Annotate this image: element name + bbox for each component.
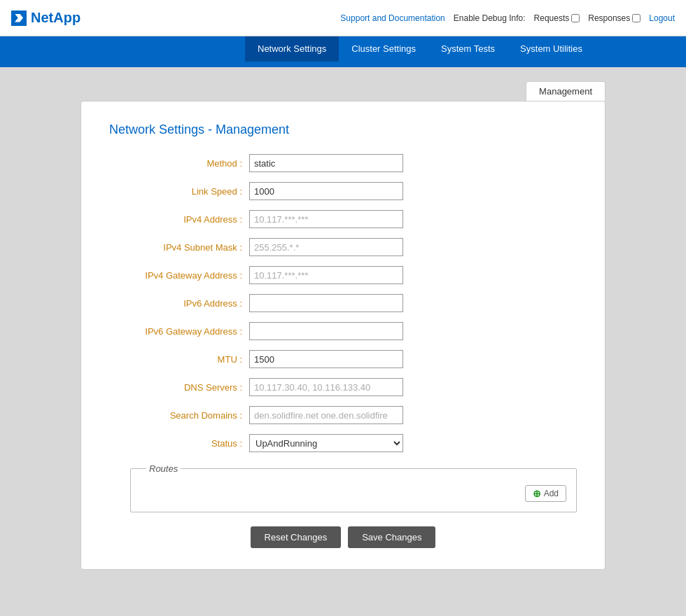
logout-link[interactable]: Logout [649,13,675,23]
nav-tab-cluster-settings[interactable]: Cluster Settings [339,36,428,62]
field-row-ipv4-address: IPv4 Address : [109,210,577,228]
requests-checkbox-label[interactable]: Requests [534,13,580,23]
form-title: Network Settings - Management [109,122,577,137]
reset-changes-button[interactable]: Reset Changes [251,526,342,548]
logo-shape [15,14,23,22]
input-dns[interactable] [249,378,403,396]
field-row-ipv4-subnet: IPv4 Subnet Mask : [109,238,577,256]
nav-tab-system-tests[interactable]: System Tests [428,36,507,62]
content-area: Management Network Settings - Management… [0,67,686,613]
label-ipv6-gateway: IPv6 Gateway Address : [109,326,249,337]
input-ipv4-subnet[interactable] [249,238,403,256]
responses-label: Responses [588,13,630,23]
label-status: Status : [109,438,249,449]
top-bar: NetApp Support and Documentation Enable … [0,0,686,36]
netapp-logo-icon [11,10,27,26]
routes-fieldset: Routes ⊕ Add [130,463,577,512]
label-ipv4-address: IPv4 Address : [109,214,249,225]
add-route-button[interactable]: ⊕ Add [525,485,566,502]
input-search-domains[interactable] [249,406,403,424]
label-dns: DNS Servers : [109,382,249,393]
select-status[interactable]: UpAndRunning Down Maintenance [249,434,403,452]
nav-tab-system-utilities[interactable]: System Utilities [507,36,595,62]
field-row-dns: DNS Servers : [109,378,577,396]
nav-tab-network-settings[interactable]: Network Settings [245,36,339,62]
save-changes-button[interactable]: Save Changes [348,526,435,548]
field-row-status: Status : UpAndRunning Down Maintenance [109,434,577,452]
tab-and-card: Management Network Settings - Management… [80,81,606,570]
content-tab-row: Management [80,81,606,101]
input-ipv6-address[interactable] [249,294,403,312]
brand-name: NetApp [31,10,80,26]
routes-add-row: ⊕ Add [141,485,566,502]
field-row-ipv6-address: IPv6 Address : [109,294,577,312]
blue-stripe [0,62,686,67]
add-circle-icon: ⊕ [533,488,541,499]
field-row-ipv6-gateway: IPv6 Gateway Address : [109,322,577,340]
input-ipv4-gateway[interactable] [249,266,403,284]
field-row-mtu: MTU : [109,350,577,368]
input-mtu[interactable] [249,350,403,368]
tab-management[interactable]: Management [526,81,606,101]
requests-label: Requests [534,13,570,23]
nav-bar: Network Settings Cluster Settings System… [0,36,686,62]
label-ipv6-address: IPv6 Address : [109,298,249,309]
responses-checkbox[interactable] [632,14,640,22]
debug-label: Enable Debug Info: [454,13,526,23]
responses-checkbox-label[interactable]: Responses [588,13,640,23]
label-method: Method : [109,158,249,169]
label-mtu: MTU : [109,354,249,365]
field-row-ipv4-gateway: IPv4 Gateway Address : [109,266,577,284]
action-row: Reset Changes Save Changes [109,526,577,548]
form-card: Network Settings - Management Method : L… [80,101,606,570]
add-label: Add [544,489,559,498]
routes-section: Routes ⊕ Add [130,463,577,512]
input-ipv6-gateway[interactable] [249,322,403,340]
label-ipv4-subnet: IPv4 Subnet Mask : [109,242,249,253]
top-links: Support and Documentation Enable Debug I… [340,13,675,23]
field-row-search-domains: Search Domains : [109,406,577,424]
input-ipv4-address[interactable] [249,210,403,228]
input-link-speed[interactable] [249,182,403,200]
field-row-link-speed: Link Speed : [109,182,577,200]
requests-checkbox[interactable] [571,14,580,22]
field-row-method: Method : [109,154,577,172]
logo-area: NetApp [11,10,80,26]
label-ipv4-gateway: IPv4 Gateway Address : [109,270,249,281]
input-method[interactable] [249,154,403,172]
label-search-domains: Search Domains : [109,410,249,421]
label-link-speed: Link Speed : [109,186,249,197]
support-link[interactable]: Support and Documentation [340,13,444,23]
routes-legend: Routes [146,463,181,474]
